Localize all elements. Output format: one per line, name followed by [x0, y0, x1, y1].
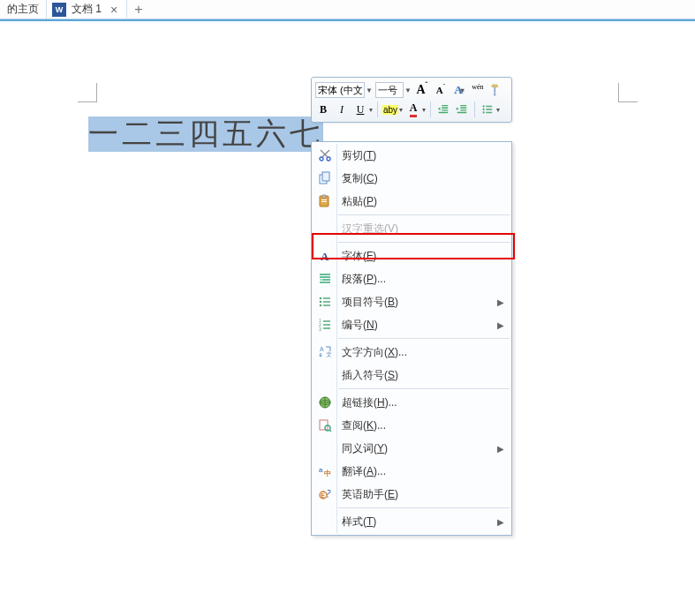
- svg-point-14: [320, 301, 322, 304]
- svg-rect-7: [322, 172, 329, 181]
- selected-text[interactable]: 一二三四五六七: [88, 116, 323, 152]
- tab-document-1[interactable]: W 文档 1 ×: [47, 0, 127, 19]
- menu-item-label: 编号(N): [336, 318, 497, 333]
- menu-item-english[interactable]: E英语助手(E): [314, 483, 510, 506]
- svg-text:A: A: [320, 346, 324, 352]
- underline-button[interactable]: U: [352, 101, 368, 117]
- numbering-icon: 123: [314, 313, 336, 336]
- page-area: 一二三四五六七 ▼ ▼ Aˆ Aˇ A▾ wén B I U▾ aby▾ A▾: [0, 21, 695, 616]
- svg-point-29: [327, 496, 329, 498]
- format-painter-button[interactable]: [488, 82, 504, 98]
- menu-item-textdir[interactable]: A文文字方向(X)...: [314, 341, 510, 364]
- menu-item-symbol[interactable]: 插入符号(S): [314, 364, 510, 387]
- menu-item-label: 插入符号(S): [336, 368, 497, 383]
- chevron-down-icon[interactable]: ▼: [366, 86, 373, 94]
- font-name-combo[interactable]: [315, 82, 365, 98]
- chevron-down-icon[interactable]: ▾: [422, 106, 426, 114]
- blank-icon: [314, 437, 336, 460]
- outdent-icon: [437, 103, 449, 116]
- add-tab-button[interactable]: +: [127, 0, 149, 19]
- italic-button[interactable]: I: [334, 101, 350, 117]
- font-size-combo[interactable]: [375, 82, 404, 98]
- menu-item-label: 粘贴(P): [336, 194, 497, 209]
- shrink-font-button[interactable]: Aˇ: [433, 82, 449, 98]
- submenu-arrow-icon: ▶: [497, 297, 510, 307]
- svg-text:中: 中: [324, 470, 331, 477]
- menu-item-translate[interactable]: a中翻译(A)...: [314, 460, 510, 483]
- menu-item-font[interactable]: A字体(F)...: [314, 244, 510, 267]
- increase-indent-button[interactable]: [454, 101, 470, 117]
- menu-item-label: 字体(F)...: [336, 249, 497, 264]
- svg-rect-9: [322, 195, 326, 198]
- svg-text:A: A: [321, 250, 329, 263]
- menu-item-label: 段落(P)...: [336, 272, 497, 287]
- word-icon: W: [52, 3, 66, 17]
- menu-item-hanzi: 汉字重选(V): [314, 217, 510, 240]
- page-corner-tr: [618, 83, 638, 102]
- scissors-icon: [314, 144, 336, 167]
- menu-separator: [338, 214, 510, 215]
- para-icon: [314, 267, 336, 290]
- tab-home-label: 的主页: [7, 2, 39, 17]
- bold-button[interactable]: B: [315, 101, 331, 117]
- svg-rect-11: [321, 201, 327, 202]
- svg-point-15: [320, 304, 322, 307]
- menu-separator: [338, 507, 510, 508]
- bullets-icon: [481, 103, 494, 116]
- menu-item-hyperlink[interactable]: 超链接(H)...: [314, 391, 510, 414]
- close-icon[interactable]: ×: [107, 3, 121, 17]
- submenu-arrow-icon: ▶: [497, 444, 510, 454]
- menu-item-label: 复制(C): [336, 171, 497, 186]
- blank-icon: [314, 510, 336, 533]
- svg-text:文: 文: [326, 351, 332, 357]
- menu-item-label: 同义词(Y): [336, 441, 497, 456]
- menu-item-synonym[interactable]: 同义词(Y)▶: [314, 437, 510, 460]
- fontA-icon: A: [314, 244, 336, 267]
- svg-point-4: [320, 157, 323, 161]
- textdir-icon: A文: [314, 341, 336, 364]
- menu-item-para[interactable]: 段落(P)...: [314, 267, 510, 290]
- menu-item-label: 样式(T): [336, 515, 497, 530]
- phonetic-guide-button[interactable]: wén: [470, 82, 486, 98]
- submenu-arrow-icon: ▶: [497, 320, 510, 330]
- svg-text:3: 3: [319, 327, 321, 332]
- svg-point-13: [320, 297, 322, 300]
- decrease-indent-button[interactable]: [435, 101, 451, 117]
- bullets-split-button[interactable]: [480, 101, 495, 117]
- grow-font-button[interactable]: Aˆ: [414, 82, 430, 98]
- brush-icon: [490, 84, 502, 96]
- bullets-icon: [314, 290, 336, 313]
- tab-title: 文档 1: [72, 2, 102, 17]
- chevron-down-icon[interactable]: ▾: [369, 106, 373, 114]
- tab-home-fragment[interactable]: 的主页: [0, 0, 47, 19]
- font-color-button[interactable]: A: [405, 101, 421, 117]
- svg-text:a: a: [319, 466, 323, 474]
- menu-item-cut[interactable]: 剪切(T): [314, 144, 510, 167]
- menu-item-review[interactable]: 查阅(K)...: [314, 414, 510, 437]
- menu-item-numbering[interactable]: 123编号(N)▶: [314, 313, 510, 336]
- chevron-down-icon[interactable]: ▼: [404, 86, 412, 94]
- menu-item-label: 项目符号(B): [336, 295, 497, 310]
- blank-icon: [314, 364, 336, 387]
- svg-point-5: [327, 157, 330, 161]
- text-effects-button[interactable]: A▾: [451, 82, 467, 98]
- indent-icon: [456, 103, 468, 116]
- chevron-down-icon[interactable]: ▾: [496, 106, 500, 114]
- menu-item-copy[interactable]: 复制(C): [314, 167, 510, 190]
- english-icon: E: [314, 483, 336, 506]
- menu-separator: [338, 388, 510, 389]
- svg-point-3: [483, 111, 485, 113]
- menu-item-style[interactable]: 样式(T)▶: [314, 510, 510, 533]
- separator: [474, 101, 475, 117]
- blank-icon: [314, 217, 336, 240]
- separator: [430, 101, 431, 117]
- highlight-color-button[interactable]: aby: [382, 101, 398, 117]
- page-corner-tl: [78, 83, 97, 102]
- menu-item-label: 文字方向(X)...: [336, 345, 497, 360]
- paste-icon: [314, 190, 336, 213]
- menu-item-paste[interactable]: 粘贴(P): [314, 190, 510, 213]
- menu-item-label: 翻译(A)...: [336, 464, 497, 479]
- menu-item-bullets[interactable]: 项目符号(B)▶: [314, 290, 510, 313]
- svg-rect-23: [320, 420, 328, 430]
- chevron-down-icon[interactable]: ▾: [399, 106, 403, 114]
